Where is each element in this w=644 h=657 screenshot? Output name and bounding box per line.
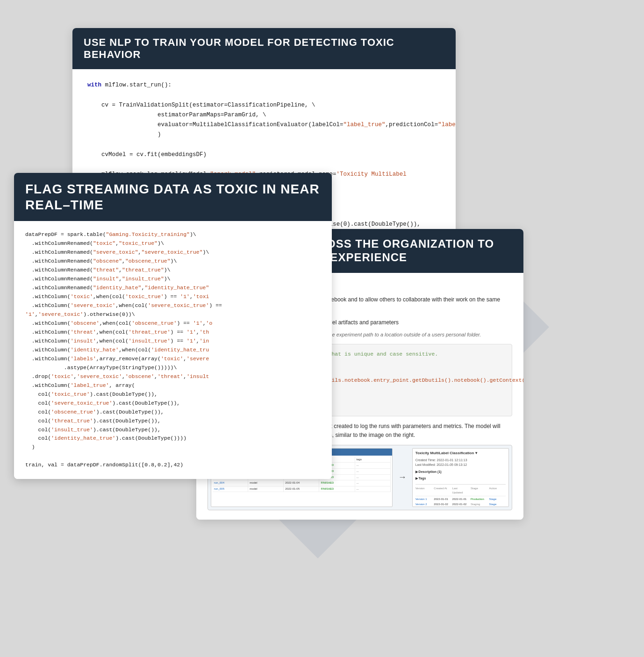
registry-info: Created Time: 2022-01-01 12:11:13	[415, 458, 506, 463]
mini-cell: FINISHED	[319, 480, 355, 486]
mini-cell: run_004	[213, 480, 248, 486]
code-line: .drop('toxic','severe_toxic','obscene','…	[25, 372, 321, 381]
mini-cell: ...	[355, 463, 391, 468]
mini-cell: model	[248, 486, 284, 492]
code-line: with mlflow.start_run():	[87, 80, 441, 90]
code-line: .withColumn('threat',when(col('threat_tr…	[25, 328, 321, 337]
code-line: col('obscene_true').cast(DoubleType()),	[25, 408, 321, 417]
code-line: col('severe_toxic_true').cast(DoubleType…	[25, 399, 321, 408]
code-line: .withColumnRenamed("insult","insult_true…	[25, 275, 321, 284]
mini-cell: ...	[355, 480, 391, 486]
code-line: .withColumnRenamed("identity_hate","iden…	[25, 284, 321, 293]
arrow-indicator: →	[396, 471, 408, 484]
registry-versions: ▶ Tags	[415, 476, 506, 481]
mini-cell: tags	[355, 457, 391, 463]
mini-table-row: run_004 model 2022-01-04 FINISHED ...	[213, 480, 391, 486]
code-line: estimatorParamMaps=ParamGrid, \	[87, 110, 441, 120]
mini-cell: run_005	[213, 486, 248, 492]
code-line: )	[25, 443, 321, 452]
code-line: .withColumn('toxic',when(col('toxic_true…	[25, 293, 321, 301]
registry-modified: Last Modified: 2022-01-05 09:13:12	[415, 463, 506, 468]
code-line: .withColumn('severe_toxic',when(col('sev…	[25, 301, 321, 319]
mini-cell: ...	[355, 475, 391, 480]
code-line: .withColumn('obscene',when(col('obscene_…	[25, 319, 321, 328]
code-line: cv = TrainValidationSplit(estimator=Clas…	[87, 100, 441, 110]
mini-table-row: run_005 model 2022-01-05 FINISHED ...	[213, 486, 391, 493]
code-line: col('toxic_true').cast(DoubleType()),	[25, 390, 321, 399]
code-line: .withColumn('insult',when(col('insult_tr…	[25, 337, 321, 346]
code-line: .withColumnRenamed("threat","threat_true…	[25, 266, 321, 275]
mini-cell: model	[248, 480, 284, 486]
code-line: .astype(ArrayType(StringType()))))\	[25, 364, 321, 372]
registry-tags: ▶ Description (1)	[415, 470, 506, 475]
code-line: train, val = dataPrepDF.randomSplit([0.8…	[25, 461, 321, 470]
code-line: )	[87, 130, 441, 140]
mini-cell: ...	[355, 469, 391, 474]
code-line: col('insult_true').cast(DoubleType()),	[25, 426, 321, 435]
code-line: .withColumn('labels',array_remove(array(…	[25, 355, 321, 364]
card-flag-streaming: FLAG STREAMING DATA AS TOXIC IN NEAR REA…	[14, 173, 332, 479]
code-line: .withColumnRenamed("toxic","toxic_true")…	[25, 239, 321, 248]
card2-header: FLAG STREAMING DATA AS TOXIC IN NEAR REA…	[14, 173, 332, 221]
card1-header: USE NLP TO TRAIN YOUR MODEL FOR DETECTIN…	[72, 28, 456, 69]
code-line: dataPrepDF = spark.table("Gaming.Toxicit…	[25, 230, 321, 239]
mini-cell: ...	[355, 486, 391, 492]
main-container: USE NLP TO TRAIN YOUR MODEL FOR DETECTIN…	[0, 0, 644, 657]
code-line: .withColumn('identity_hate',when(col('id…	[25, 346, 321, 355]
mini-table-right: Toxicity MultiLabel Classification ▾ Cre…	[412, 448, 509, 507]
registry-title: Toxicity MultiLabel Classification ▾	[415, 450, 506, 456]
code-line: cvModel = cv.fit(embeddingsDF)	[87, 150, 441, 160]
code-line: .withColumnRenamed("obscene","obscene_tr…	[25, 257, 321, 266]
code-line: .withColumn('label_true', array(	[25, 381, 321, 390]
code-line: col('threat_true').cast(DoubleType()),	[25, 417, 321, 426]
code-line: .withColumnRenamed("severe_toxic","sever…	[25, 248, 321, 257]
code-line: col('identity_hate_true').cast(DoubleTyp…	[25, 434, 321, 443]
mini-cell: FINISHED	[319, 486, 355, 492]
mini-cell: 2022-01-04	[284, 480, 319, 486]
mini-cell: 2022-01-05	[284, 486, 319, 492]
registry-version-table: Version Created At Last Updated Stage Ac…	[415, 484, 506, 507]
card2-body: dataPrepDF = spark.table("Gaming.Toxicit…	[14, 221, 332, 479]
code-line: evaluator=MultilabelClassificationEvalua…	[87, 120, 441, 130]
